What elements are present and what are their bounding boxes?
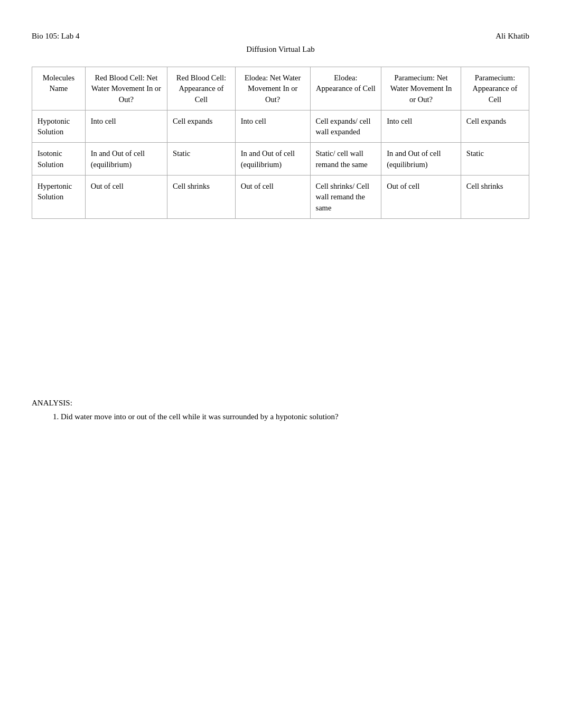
col-header-elodea-movement: Elodea: Net Water Movement In or Out? [235,67,310,110]
page-header: Bio 105: Lab 4 Ali Khatib [32,32,529,41]
row1-elodea-appearance: Cell expands/ cell wall expanded [310,110,381,143]
analysis-title: ANALYSIS: [32,399,529,408]
row1-rbc-movement: Into cell [85,110,167,143]
row2-rbc-appearance: Static [167,143,236,176]
row3-rbc-appearance: Cell shrinks [167,176,236,219]
row3-elodea-movement: Out of cell [235,176,310,219]
analysis-section: ANALYSIS: 1. Did water move into or out … [32,399,529,423]
col-header-rbc-movement: Red Blood Cell: Net Water Movement In or… [85,67,167,110]
row3-elodea-appearance: Cell shrinks/ Cell wall remand the same [310,176,381,219]
col-header-param-appearance: Paramecium: Appearance of Cell [461,67,529,110]
row1-param-appearance: Cell expands [461,110,529,143]
row1-param-movement: Into cell [381,110,461,143]
col-header-molecules: Molecules Name [32,67,86,110]
student-name: Ali Khatib [495,32,529,41]
row1-rbc-appearance: Cell expands [167,110,236,143]
row3-rbc-movement: Out of cell [85,176,167,219]
row2-elodea-appearance: Static/ cell wall remand the same [310,143,381,176]
col-header-rbc-appearance: Red Blood Cell: Appearance of Cell [167,67,236,110]
row3-param-movement: Out of cell [381,176,461,219]
row2-rbc-movement: In and Out of cell (equilibrium) [85,143,167,176]
course-label: Bio 105: Lab 4 [32,32,79,41]
table-row: Isotonic Solution In and Out of cell (eq… [32,143,529,176]
table-row: Hypertonic Solution Out of cell Cell shr… [32,176,529,219]
page-title: Diffusion Virtual Lab [32,45,529,54]
row2-solution: Isotonic Solution [32,143,86,176]
col-header-elodea-appearance: Elodea: Appearance of Cell [310,67,381,110]
data-table: Molecules Name Red Blood Cell: Net Water… [32,67,529,219]
table-header-row: Molecules Name Red Blood Cell: Net Water… [32,67,529,110]
row3-param-appearance: Cell shrinks [461,176,529,219]
row3-solution: Hypertonic Solution [32,176,86,219]
row1-elodea-movement: Into cell [235,110,310,143]
table-row: Hypotonic Solution Into cell Cell expand… [32,110,529,143]
row1-solution: Hypotonic Solution [32,110,86,143]
row2-elodea-movement: In and Out of cell (equilibrium) [235,143,310,176]
col-header-param-movement: Paramecium: Net Water Movement In or Out… [381,67,461,110]
row2-param-appearance: Static [461,143,529,176]
row2-param-movement: In and Out of cell (equilibrium) [381,143,461,176]
analysis-question-1: 1. Did water move into or out of the cel… [53,411,529,423]
